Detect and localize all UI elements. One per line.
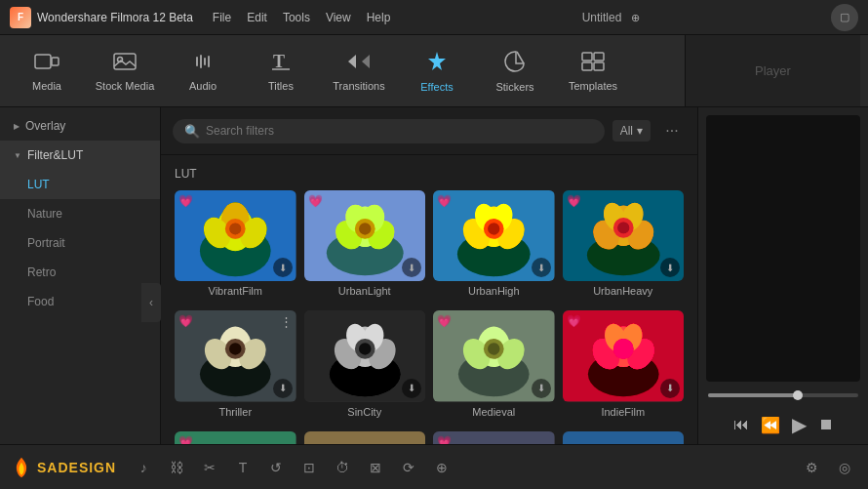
menu-bar: File Edit Tools View Help [213, 11, 391, 24]
toolbar-transitions-label: Transitions [333, 80, 384, 92]
lut-item-row3c[interactable]: 💗 ⬇ [433, 431, 555, 444]
lut-item-row3b[interactable]: ⬇ [304, 431, 426, 444]
download-icon: ⬇ [273, 379, 293, 398]
svg-point-44 [617, 222, 629, 233]
bottom-music-button[interactable]: ♪ [130, 454, 157, 481]
bottom-settings-button[interactable]: ⚙ [798, 454, 825, 481]
stop-button[interactable]: ⏹ [818, 416, 834, 433]
lut-grid-row3: 💗 ⬇ [175, 431, 684, 444]
sidebar-overlay-label: Overlay [25, 119, 65, 133]
toolbar-templates[interactable]: Templates [554, 37, 632, 105]
app-name: Wondershare Filmora 12 Beta [37, 11, 193, 24]
bottom-crop-button[interactable]: ⊡ [296, 454, 323, 481]
sidebar-food-label: Food [27, 295, 54, 308]
sidebar-nature[interactable]: Nature [0, 199, 160, 228]
sidebar-collapse-button[interactable]: ‹ [141, 283, 161, 322]
stock-icon [112, 51, 138, 76]
content-scroll[interactable]: LUT [161, 155, 697, 444]
audio-icon [191, 51, 215, 76]
bottom-refresh-button[interactable]: ⟳ [395, 454, 422, 481]
lut-thumb-row3d: ⬇ [563, 431, 685, 444]
lut-label-medieval: Medieval [433, 406, 555, 418]
toolbar-stickers[interactable]: Stickers [476, 37, 554, 105]
toolbar-stock[interactable]: Stock Media [86, 37, 164, 105]
heart-icon: 💗 [437, 194, 452, 208]
bottom-camera-button[interactable]: ◎ [831, 454, 858, 481]
toolbar-effects[interactable]: Effects [398, 37, 476, 105]
search-input-wrap[interactable]: 🔍 [173, 119, 605, 143]
sidebar-overlay[interactable]: ▶ Overlay [0, 111, 160, 141]
bottom-scene-button[interactable]: ⊠ [362, 454, 389, 481]
sidebar-lut[interactable]: LUT [0, 170, 160, 199]
menu-tools[interactable]: Tools [283, 11, 310, 24]
bottom-cut-button[interactable]: ✂ [196, 454, 223, 481]
lut-item-thriller[interactable]: 💗 ⋮ ⬇ Thriller [175, 310, 296, 417]
lut-item-urbanhigh[interactable]: 💗 ⬇ UrbanHigh [433, 190, 555, 297]
sidebar-filter-lut[interactable]: ▼ Filter&LUT [0, 141, 160, 170]
lut-item-indiefilm[interactable]: 💗 ⬇ IndieFilm [563, 310, 685, 417]
lut-thumb-urbanlight: 💗 ⬇ [304, 190, 426, 281]
volume-slider[interactable] [708, 393, 858, 397]
menu-edit[interactable]: Edit [247, 11, 267, 24]
sidebar-retro[interactable]: Retro [0, 258, 160, 287]
maximize-button[interactable]: ▢ [831, 4, 858, 31]
flame-icon [10, 456, 33, 479]
titlebar: F Wondershare Filmora 12 Beta File Edit … [0, 0, 868, 35]
toolbar-stickers-label: Stickers [495, 81, 533, 93]
heart-icon: 💗 [308, 194, 323, 208]
lut-item-medieval[interactable]: 💗 ⬇ Medieval [433, 310, 555, 417]
play-button[interactable]: ▶ [792, 413, 807, 436]
step-back-button[interactable]: ⏪ [761, 416, 780, 434]
menu-help[interactable]: Help [367, 11, 391, 24]
bottom-undo-button[interactable]: ↺ [262, 454, 290, 481]
logo-icon: F [10, 7, 31, 28]
sidebar-portrait[interactable]: Portrait [0, 228, 160, 258]
lut-item-urbanlight[interactable]: 💗 ⬇ UrbanLight [304, 190, 426, 297]
lut-item-vibrant[interactable]: 💗 ⬇ VibrantFilm [175, 190, 296, 297]
sidebar-lut-label: LUT [27, 178, 50, 191]
download-icon: ⬇ [532, 379, 551, 398]
toolbar-titles-label: Titles [268, 80, 294, 92]
bottombar: SADESIGN ♪ ⛓ ✂ T ↺ ⊡ ⏱ ⊠ ⟳ ⊕ ⚙ ◎ [0, 444, 868, 489]
lut-grid-row2: 💗 ⋮ ⬇ Thriller [175, 310, 684, 417]
bottom-link-button[interactable]: ⛓ [163, 454, 190, 481]
svg-rect-6 [582, 53, 592, 61]
heart-icon: 💗 [437, 314, 452, 328]
brand-logo: SADESIGN [10, 456, 116, 479]
content-inner: LUT [161, 155, 697, 444]
download-icon: ⬇ [402, 379, 421, 398]
svg-rect-84 [304, 431, 426, 444]
bottom-text-button[interactable]: T [229, 454, 256, 481]
lut-item-row3d[interactable]: ⬇ [563, 431, 685, 444]
heart-icon: 💗 [437, 435, 452, 444]
titlebar-controls: ▢ [831, 4, 858, 31]
lut-item-row3a[interactable]: 💗 ⬇ [175, 431, 296, 444]
title-icon: ⊕ [631, 12, 640, 23]
heart-icon: 💗 [178, 194, 193, 208]
bottom-timer-button[interactable]: ⏱ [329, 454, 356, 481]
rewind-button[interactable]: ⏮ [733, 416, 749, 433]
more-options-button[interactable]: ··· [658, 117, 686, 144]
search-input[interactable] [206, 124, 593, 138]
lut-thumb-row3b: ⬇ [304, 431, 426, 444]
sidebar-nature-label: Nature [27, 207, 62, 221]
sidebar-food[interactable]: Food [0, 287, 160, 316]
filter-dropdown[interactable]: All ▾ [612, 120, 651, 142]
bottom-add-button[interactable]: ⊕ [428, 454, 455, 481]
toolbar-media-label: Media [32, 80, 61, 92]
toolbar-titles[interactable]: T Titles [242, 37, 320, 105]
volume-row [698, 389, 868, 405]
menu-view[interactable]: View [326, 11, 351, 24]
svg-point-35 [488, 223, 499, 234]
toolbar-media[interactable]: Media [8, 37, 86, 105]
lut-thumb-urbanheavy: 💗 ⬇ [563, 190, 685, 281]
window-title: Untitled [582, 11, 622, 24]
transitions-icon [344, 51, 374, 76]
main-area: ▶ Overlay ▼ Filter&LUT LUT Nature Portra… [0, 107, 868, 444]
toolbar-transitions[interactable]: Transitions [320, 37, 398, 105]
lut-item-urbanheavy[interactable]: 💗 ⬇ UrbanHeavy [563, 190, 685, 297]
lut-item-sincity[interactable]: ⬇ SinCity [304, 310, 426, 417]
toolbar-audio[interactable]: Audio [164, 37, 242, 105]
menu-file[interactable]: File [213, 11, 231, 24]
download-icon: ⬇ [273, 258, 293, 277]
